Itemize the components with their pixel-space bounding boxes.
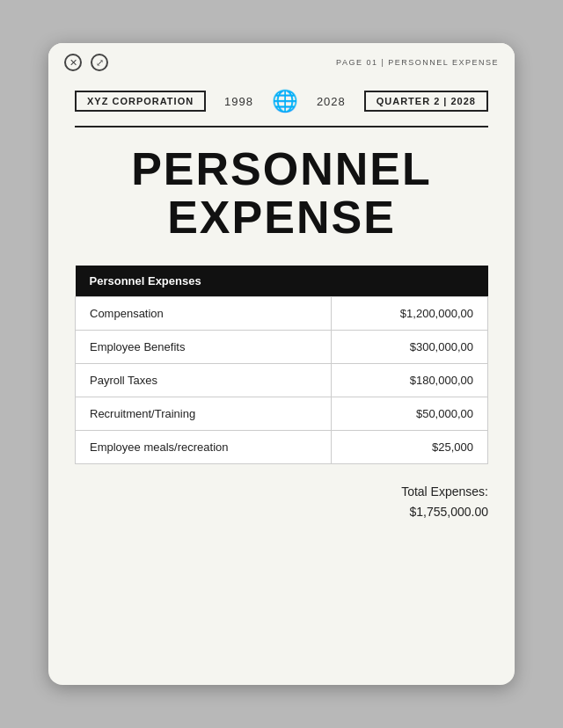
table-row: Compensation$1,200,000,00 [76,297,488,331]
document-topbar: XYZ CORPORATION 1998 🌐 2028 QUARTER 2 | … [75,82,488,120]
resize-button[interactable]: ⤢ [91,54,108,71]
document-window: ✕ ⤢ PAGE 01 | PERSONNEL EXPENSE XYZ CORP… [48,43,515,685]
totals-section: Total Expenses: $1,755,000.00 [75,482,488,521]
row-label: Employee Benefits [76,331,332,364]
col-label-header: Personnel Expenses [76,266,332,297]
close-button[interactable]: ✕ [64,54,82,71]
divider [75,126,488,127]
row-value: $300,000,00 [332,331,488,364]
page-label: PAGE 01 | PERSONNEL EXPENSE [336,58,499,67]
table-row: Employee Benefits$300,000,00 [76,331,488,364]
globe-icon: 🌐 [272,89,298,113]
total-label: Total Expenses: [75,482,488,501]
row-label: Compensation [76,297,332,331]
company-name: XYZ CORPORATION [75,91,206,112]
expenses-table: Personnel Expenses Compensation$1,200,00… [75,266,488,464]
row-value: $25,000 [332,431,488,464]
col-value-header [332,266,488,297]
row-label: Employee meals/recreation [76,431,332,464]
row-label: Recruitment/Training [76,397,332,431]
row-value: $180,000,00 [332,364,488,397]
quarter-label: QUARTER 2 | 2028 [364,91,488,112]
table-row: Payroll Taxes$180,000,00 [76,364,488,397]
row-value: $1,200,000,00 [332,297,488,331]
year-end: 2028 [317,95,346,108]
table-row: Recruitment/Training$50,000,00 [76,397,488,431]
document-content: XYZ CORPORATION 1998 🌐 2028 QUARTER 2 | … [48,82,515,685]
page-title: PERSONNEL EXPENSE [75,145,488,241]
year-start: 1998 [224,95,253,108]
table-row: Employee meals/recreation$25,000 [76,431,488,464]
table-header-row: Personnel Expenses [76,266,488,297]
row-value: $50,000,00 [332,397,488,431]
total-amount: $1,755,000.00 [75,502,488,521]
window-header: ✕ ⤢ PAGE 01 | PERSONNEL EXPENSE [48,43,515,82]
row-label: Payroll Taxes [76,364,332,397]
